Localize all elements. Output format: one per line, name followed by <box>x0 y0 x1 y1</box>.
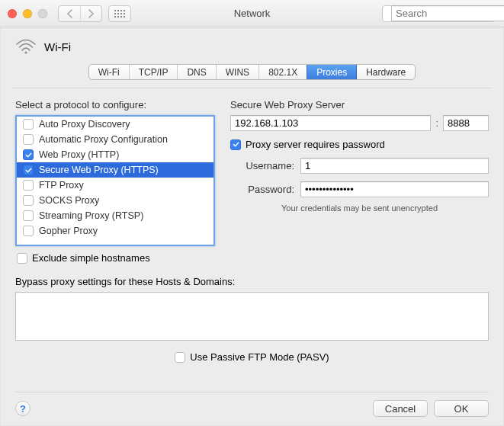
back-button[interactable] <box>59 6 80 21</box>
tab-wins[interactable]: WINS <box>216 65 258 79</box>
search-field[interactable] <box>382 5 496 22</box>
protocol-listbox[interactable]: Auto Proxy DiscoveryAutomatic Proxy Conf… <box>15 115 215 246</box>
minimize-icon[interactable] <box>23 9 32 18</box>
svg-point-2 <box>24 51 27 53</box>
protocol-label: Secure Web Proxy (HTTPS) <box>39 165 159 175</box>
tab-hardware[interactable]: Hardware <box>356 65 415 79</box>
protocol-item[interactable]: SOCKS Proxy <box>17 193 213 208</box>
protocol-label: Web Proxy (HTTP) <box>39 149 119 160</box>
protocol-item[interactable]: FTP Proxy <box>17 178 213 193</box>
zoom-icon <box>38 9 47 18</box>
protocol-item[interactable]: Gopher Proxy <box>17 223 213 239</box>
tab-8021x[interactable]: 802.1X <box>258 65 307 79</box>
password-input[interactable] <box>300 181 489 197</box>
server-address-input[interactable] <box>230 115 431 131</box>
protocol-checkbox[interactable] <box>23 119 34 130</box>
cancel-button[interactable]: Cancel <box>373 400 428 417</box>
username-label: Username: <box>230 160 294 171</box>
protocol-item[interactable]: Streaming Proxy (RTSP) <box>17 208 213 223</box>
tab-dns[interactable]: DNS <box>177 65 215 79</box>
search-input[interactable] <box>391 5 504 21</box>
passive-ftp-checkbox[interactable] <box>175 352 185 363</box>
prefs-window: Network Wi-Fi Wi-FiTCP/IPDNSWINS802.1XPr… <box>0 0 504 426</box>
exclude-hostnames-label: Exclude simple hostnames <box>32 252 150 264</box>
titlebar: Network <box>0 0 504 27</box>
protocol-checkbox[interactable] <box>23 180 34 191</box>
bypass-label: Bypass proxy settings for these Hosts & … <box>15 276 489 287</box>
chevron-left-icon <box>66 9 73 18</box>
wifi-icon <box>15 38 37 55</box>
help-button[interactable]: ? <box>15 401 30 416</box>
ok-button[interactable]: OK <box>434 400 489 417</box>
interface-name: Wi-Fi <box>44 40 71 53</box>
interface-header: Wi-Fi <box>12 35 492 61</box>
protocol-item[interactable]: Automatic Proxy Configuration <box>17 132 213 147</box>
show-all-button[interactable] <box>108 5 131 22</box>
protocol-label: Streaming Proxy (RTSP) <box>39 210 143 221</box>
grid-icon <box>114 10 125 18</box>
protocol-checkbox[interactable] <box>23 165 34 175</box>
requires-password-checkbox[interactable] <box>230 139 241 150</box>
protocol-label: Select a protocol to configure: <box>15 99 215 111</box>
server-port-input[interactable] <box>443 115 489 131</box>
close-icon[interactable] <box>8 9 17 18</box>
protocol-label: Gopher Proxy <box>39 226 98 236</box>
tab-bar: Wi-FiTCP/IPDNSWINS802.1XProxiesHardware <box>12 64 492 80</box>
tab-segmented: Wi-FiTCP/IPDNSWINS802.1XProxiesHardware <box>88 64 416 80</box>
server-label: Secure Web Proxy Server <box>230 99 489 111</box>
forward-button[interactable] <box>80 6 101 21</box>
password-label: Password: <box>230 184 294 195</box>
protocol-item[interactable]: Auto Proxy Discovery <box>17 117 213 132</box>
proxies-panel: Select a protocol to configure: Auto Pro… <box>12 88 492 417</box>
protocol-checkbox[interactable] <box>23 226 34 236</box>
passive-ftp-label: Use Passive FTP Mode (PASV) <box>190 351 329 363</box>
tab-proxies[interactable]: Proxies <box>307 65 356 79</box>
protocol-checkbox[interactable] <box>23 134 34 145</box>
exclude-hostnames-checkbox[interactable] <box>17 253 27 264</box>
tab-tcpip[interactable]: TCP/IP <box>129 65 178 79</box>
tab-wifi[interactable]: Wi-Fi <box>89 65 129 79</box>
protocol-checkbox[interactable] <box>23 210 34 221</box>
protocol-column: Select a protocol to configure: Auto Pro… <box>15 99 215 264</box>
protocol-item[interactable]: Web Proxy (HTTP) <box>17 147 213 162</box>
credentials-warning: Your credentials may be sent unencrypted <box>230 203 489 213</box>
server-port-separator: : <box>435 117 438 129</box>
protocol-label: Automatic Proxy Configuration <box>39 134 168 145</box>
requires-password-label: Proxy server requires password <box>246 139 385 150</box>
protocol-label: SOCKS Proxy <box>39 195 99 206</box>
protocol-checkbox[interactable] <box>23 149 34 160</box>
chevron-right-icon <box>88 9 95 18</box>
content: Wi-Fi Wi-FiTCP/IPDNSWINS802.1XProxiesHar… <box>0 27 504 426</box>
username-input[interactable] <box>300 158 489 174</box>
protocol-checkbox[interactable] <box>23 195 34 206</box>
protocol-label: FTP Proxy <box>39 180 84 191</box>
traffic-lights <box>8 9 47 18</box>
bypass-textarea[interactable] <box>15 292 489 341</box>
nav-group <box>58 5 102 22</box>
protocol-item[interactable]: Secure Web Proxy (HTTPS) <box>17 162 213 178</box>
server-column: Secure Web Proxy Server : Proxy server r… <box>230 99 489 264</box>
protocol-label: Auto Proxy Discovery <box>39 119 130 130</box>
footer: ? Cancel OK <box>15 392 489 417</box>
